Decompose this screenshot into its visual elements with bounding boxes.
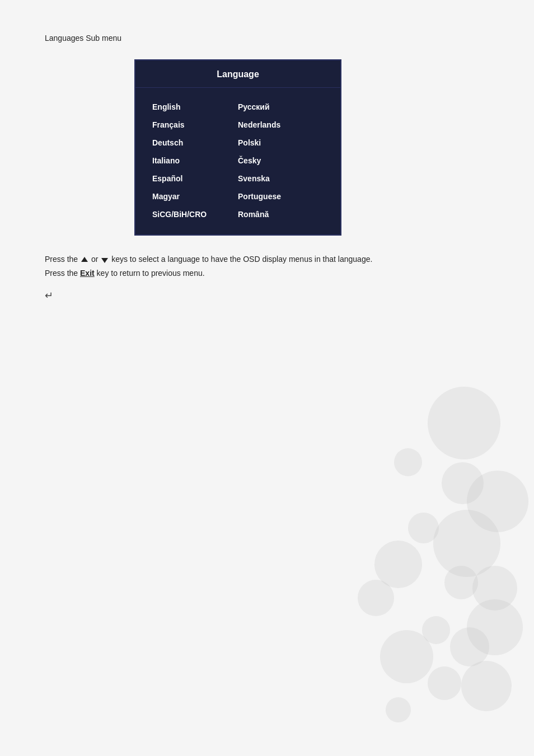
section-title: Languages Sub menu: [45, 34, 489, 43]
list-item[interactable]: English: [152, 98, 238, 116]
page-content: Languages Sub menu Language English Русс…: [0, 0, 534, 324]
list-item[interactable]: Română: [238, 205, 324, 223]
list-item[interactable]: Français: [152, 116, 238, 134]
list-item[interactable]: Magyar: [152, 187, 238, 205]
language-box: Language English Русский Français Nederl…: [134, 59, 341, 236]
exit-key: Exit: [80, 269, 95, 278]
list-item[interactable]: Polski: [238, 134, 324, 152]
arrow-down-icon: [101, 258, 108, 263]
list-item[interactable]: Italiano: [152, 152, 238, 170]
menu-container: Language English Русский Français Nederl…: [134, 59, 489, 236]
language-grid: English Русский Français Nederlands Deut…: [135, 93, 340, 223]
instruction-press-the-2: Press the: [45, 269, 78, 278]
instruction-line-1: Press the or keys to select a language t…: [45, 252, 489, 266]
list-item[interactable]: Portuguese: [238, 187, 324, 205]
instruction-press-the: Press the: [45, 255, 78, 264]
list-item[interactable]: Español: [152, 170, 238, 187]
instruction-line-2: Press the Exit key to return to previous…: [45, 266, 489, 280]
instructions: Press the or keys to select a language t…: [45, 252, 489, 280]
list-item[interactable]: Русский: [238, 98, 324, 116]
list-item[interactable]: Česky: [238, 152, 324, 170]
list-item[interactable]: SiCG/BiH/CRO: [152, 205, 238, 223]
list-item[interactable]: Nederlands: [238, 116, 324, 134]
instruction-line2-post: key to return to previous menu.: [97, 269, 205, 278]
arrow-up-icon: [81, 257, 88, 262]
list-item[interactable]: Deutsch: [152, 134, 238, 152]
background-decoration: [338, 392, 534, 756]
language-header: Language: [135, 60, 340, 88]
instruction-line1-post: keys to select a language to have the OS…: [111, 255, 372, 264]
return-icon: ↵: [45, 289, 489, 302]
list-item[interactable]: Svenska: [238, 170, 324, 187]
